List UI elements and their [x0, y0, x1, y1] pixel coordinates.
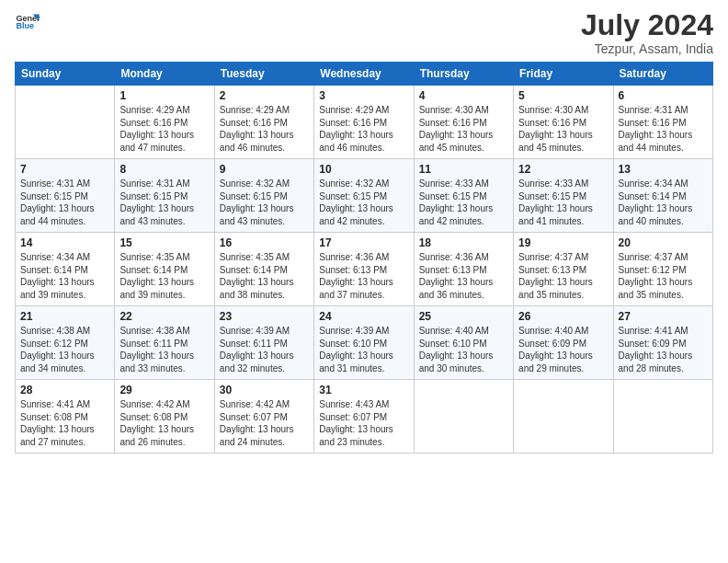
day-number: 28 — [20, 384, 109, 396]
day-number: 10 — [319, 163, 408, 176]
calendar-cell: 19Sunrise: 4:37 AMSunset: 6:13 PMDayligh… — [514, 233, 613, 306]
week-row-2: 7Sunrise: 4:31 AMSunset: 6:15 PMDaylight… — [16, 159, 713, 233]
header-row: SundayMondayTuesdayWednesdayThursdayFrid… — [16, 63, 713, 86]
week-row-5: 28Sunrise: 4:41 AMSunset: 6:08 PMDayligh… — [16, 380, 713, 454]
day-number: 15 — [119, 236, 209, 249]
day-number: 12 — [518, 163, 608, 176]
calendar-cell: 9Sunrise: 4:32 AMSunset: 6:15 PMDaylight… — [214, 159, 313, 233]
calendar-cell: 2Sunrise: 4:29 AMSunset: 6:16 PMDaylight… — [214, 86, 313, 159]
calendar-cell — [414, 380, 513, 454]
calendar-cell: 23Sunrise: 4:39 AMSunset: 6:11 PMDayligh… — [214, 306, 313, 380]
month-title: July 2024 — [581, 9, 713, 41]
calendar-cell: 28Sunrise: 4:41 AMSunset: 6:08 PMDayligh… — [16, 380, 115, 454]
day-number: 1 — [119, 89, 209, 102]
day-number: 30 — [220, 384, 309, 396]
calendar-cell: 24Sunrise: 4:39 AMSunset: 6:10 PMDayligh… — [314, 306, 414, 380]
calendar-cell: 14Sunrise: 4:34 AMSunset: 6:14 PMDayligh… — [16, 233, 115, 306]
calendar-cell — [514, 380, 613, 454]
calendar-cell: 30Sunrise: 4:42 AMSunset: 6:07 PMDayligh… — [214, 380, 313, 454]
sun-info: Sunrise: 4:42 AMSunset: 6:08 PMDaylight:… — [119, 398, 209, 448]
sun-info: Sunrise: 4:31 AMSunset: 6:16 PMDaylight:… — [619, 104, 708, 154]
calendar-cell: 7Sunrise: 4:31 AMSunset: 6:15 PMDaylight… — [16, 159, 115, 233]
day-number: 3 — [319, 89, 408, 102]
sun-info: Sunrise: 4:41 AMSunset: 6:08 PMDaylight:… — [20, 398, 109, 448]
sun-info: Sunrise: 4:40 AMSunset: 6:09 PMDaylight:… — [518, 325, 608, 374]
col-header-wednesday: Wednesday — [314, 63, 414, 86]
sun-info: Sunrise: 4:40 AMSunset: 6:10 PMDaylight:… — [419, 325, 508, 374]
day-number: 13 — [619, 163, 708, 176]
day-number: 25 — [419, 310, 508, 323]
sun-info: Sunrise: 4:36 AMSunset: 6:13 PMDaylight:… — [419, 251, 508, 301]
sun-info: Sunrise: 4:32 AMSunset: 6:15 PMDaylight:… — [220, 178, 309, 227]
calendar-cell: 16Sunrise: 4:35 AMSunset: 6:14 PMDayligh… — [214, 233, 313, 306]
day-number: 27 — [619, 310, 708, 323]
day-number: 6 — [619, 89, 708, 102]
calendar-table: SundayMondayTuesdayWednesdayThursdayFrid… — [15, 62, 713, 454]
day-number: 29 — [119, 384, 209, 396]
calendar-cell — [613, 380, 712, 454]
title-area: July 2024 Tezpur, Assam, India — [581, 9, 713, 56]
calendar-cell: 6Sunrise: 4:31 AMSunset: 6:16 PMDaylight… — [613, 86, 712, 159]
sun-info: Sunrise: 4:39 AMSunset: 6:10 PMDaylight:… — [319, 325, 408, 374]
sun-info: Sunrise: 4:29 AMSunset: 6:16 PMDaylight:… — [220, 104, 309, 154]
day-number: 5 — [518, 89, 608, 102]
calendar-cell: 27Sunrise: 4:41 AMSunset: 6:09 PMDayligh… — [613, 306, 712, 380]
sun-info: Sunrise: 4:31 AMSunset: 6:15 PMDaylight:… — [119, 178, 209, 227]
calendar-cell: 18Sunrise: 4:36 AMSunset: 6:13 PMDayligh… — [414, 233, 513, 306]
sun-info: Sunrise: 4:38 AMSunset: 6:11 PMDaylight:… — [119, 325, 209, 374]
col-header-friday: Friday — [514, 63, 613, 86]
day-number: 21 — [20, 310, 109, 323]
sun-info: Sunrise: 4:34 AMSunset: 6:14 PMDaylight:… — [20, 251, 109, 301]
col-header-thursday: Thursday — [414, 63, 513, 86]
calendar-cell: 22Sunrise: 4:38 AMSunset: 6:11 PMDayligh… — [115, 306, 214, 380]
calendar-cell: 11Sunrise: 4:33 AMSunset: 6:15 PMDayligh… — [414, 159, 513, 233]
svg-text:Blue: Blue — [16, 21, 34, 30]
calendar-cell: 25Sunrise: 4:40 AMSunset: 6:10 PMDayligh… — [414, 306, 513, 380]
day-number: 9 — [220, 163, 309, 176]
day-number: 31 — [319, 384, 408, 396]
sun-info: Sunrise: 4:38 AMSunset: 6:12 PMDaylight:… — [20, 325, 109, 374]
sun-info: Sunrise: 4:30 AMSunset: 6:16 PMDaylight:… — [419, 104, 508, 154]
col-header-tuesday: Tuesday — [214, 63, 313, 86]
calendar-cell: 21Sunrise: 4:38 AMSunset: 6:12 PMDayligh… — [16, 306, 115, 380]
sun-info: Sunrise: 4:34 AMSunset: 6:14 PMDaylight:… — [619, 178, 708, 227]
sun-info: Sunrise: 4:36 AMSunset: 6:13 PMDaylight:… — [319, 251, 408, 301]
sun-info: Sunrise: 4:37 AMSunset: 6:13 PMDaylight:… — [518, 251, 608, 301]
sun-info: Sunrise: 4:29 AMSunset: 6:16 PMDaylight:… — [319, 104, 408, 154]
calendar-cell: 20Sunrise: 4:37 AMSunset: 6:12 PMDayligh… — [613, 233, 712, 306]
col-header-monday: Monday — [115, 63, 214, 86]
sun-info: Sunrise: 4:43 AMSunset: 6:07 PMDaylight:… — [319, 398, 408, 448]
day-number: 2 — [220, 89, 309, 102]
week-row-4: 21Sunrise: 4:38 AMSunset: 6:12 PMDayligh… — [16, 306, 713, 380]
day-number: 18 — [419, 236, 508, 249]
sun-info: Sunrise: 4:35 AMSunset: 6:14 PMDaylight:… — [119, 251, 209, 301]
calendar-cell: 5Sunrise: 4:30 AMSunset: 6:16 PMDaylight… — [514, 86, 613, 159]
day-number: 19 — [518, 236, 608, 249]
sun-info: Sunrise: 4:33 AMSunset: 6:15 PMDaylight:… — [419, 178, 508, 227]
sun-info: Sunrise: 4:33 AMSunset: 6:15 PMDaylight:… — [518, 178, 608, 227]
calendar-cell: 4Sunrise: 4:30 AMSunset: 6:16 PMDaylight… — [414, 86, 513, 159]
week-row-3: 14Sunrise: 4:34 AMSunset: 6:14 PMDayligh… — [16, 233, 713, 306]
day-number: 7 — [20, 163, 109, 176]
sun-info: Sunrise: 4:30 AMSunset: 6:16 PMDaylight:… — [518, 104, 608, 154]
header: General Blue July 2024 Tezpur, Assam, In… — [15, 9, 713, 56]
day-number: 14 — [20, 236, 109, 249]
logo-icon: General Blue — [15, 9, 40, 35]
calendar-cell: 10Sunrise: 4:32 AMSunset: 6:15 PMDayligh… — [314, 159, 414, 233]
day-number: 24 — [319, 310, 408, 323]
sun-info: Sunrise: 4:41 AMSunset: 6:09 PMDaylight:… — [619, 325, 708, 374]
calendar-cell: 17Sunrise: 4:36 AMSunset: 6:13 PMDayligh… — [314, 233, 414, 306]
day-number: 16 — [220, 236, 309, 249]
day-number: 22 — [119, 310, 209, 323]
calendar-cell: 15Sunrise: 4:35 AMSunset: 6:14 PMDayligh… — [115, 233, 214, 306]
calendar-cell: 29Sunrise: 4:42 AMSunset: 6:08 PMDayligh… — [115, 380, 214, 454]
sun-info: Sunrise: 4:35 AMSunset: 6:14 PMDaylight:… — [220, 251, 309, 301]
calendar-cell: 26Sunrise: 4:40 AMSunset: 6:09 PMDayligh… — [514, 306, 613, 380]
calendar-cell — [16, 86, 115, 159]
sun-info: Sunrise: 4:32 AMSunset: 6:15 PMDaylight:… — [319, 178, 408, 227]
calendar-cell: 12Sunrise: 4:33 AMSunset: 6:15 PMDayligh… — [514, 159, 613, 233]
col-header-saturday: Saturday — [613, 63, 712, 86]
calendar-cell: 13Sunrise: 4:34 AMSunset: 6:14 PMDayligh… — [613, 159, 712, 233]
day-number: 26 — [518, 310, 608, 323]
day-number: 23 — [220, 310, 309, 323]
